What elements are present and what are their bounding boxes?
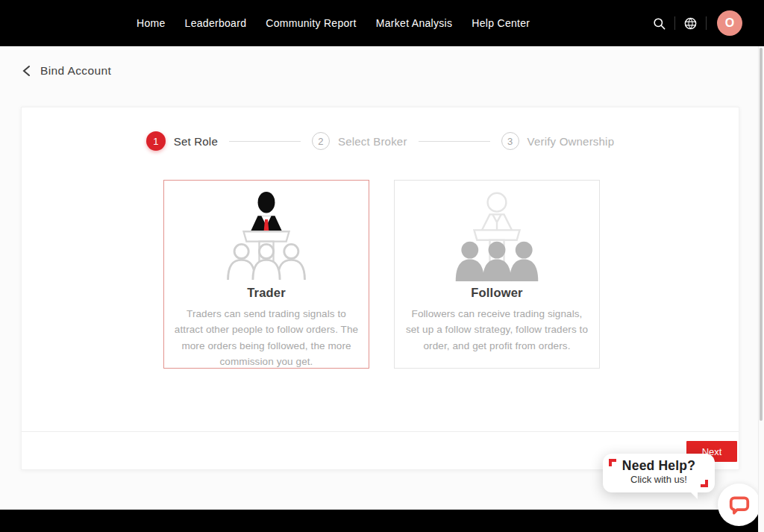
panel-footer-divider <box>22 431 739 432</box>
role-description: Followers can receive trading signals, s… <box>395 306 599 354</box>
header-divider <box>706 16 707 30</box>
nav-market-analysis[interactable]: Market Analysis <box>376 17 453 29</box>
page-title: Bind Account <box>40 64 111 78</box>
help-popup-subtitle: Click with us! <box>603 474 715 485</box>
step-number-badge: 1 <box>146 131 166 151</box>
back-breadcrumb[interactable]: Bind Account <box>22 64 111 78</box>
page-footer <box>0 510 758 532</box>
chevron-left-icon <box>22 65 31 77</box>
red-corner-mark-icon <box>609 459 616 466</box>
nav-home[interactable]: Home <box>137 17 166 29</box>
popup-tail <box>689 491 698 499</box>
step-connector <box>229 141 301 142</box>
follower-audience-icon <box>452 190 542 281</box>
user-avatar[interactable]: O <box>717 10 742 36</box>
step-number-badge: 3 <box>501 132 519 150</box>
role-options: Trader Traders can send trading signals … <box>163 180 600 369</box>
main-nav: Home Leaderboard Community Report Market… <box>137 0 530 46</box>
role-title: Follower <box>395 286 599 300</box>
step-select-broker: 2 Select Broker <box>312 132 407 150</box>
search-icon[interactable] <box>652 16 666 31</box>
nav-community-report[interactable]: Community Report <box>266 17 357 29</box>
step-label: Verify Ownership <box>527 135 615 148</box>
nav-help-center[interactable]: Help Center <box>472 17 530 29</box>
step-label: Set Role <box>174 135 218 148</box>
red-corner-mark-icon <box>701 480 708 487</box>
nav-leaderboard[interactable]: Leaderboard <box>185 17 247 29</box>
bind-account-panel: 1 Set Role 2 Select Broker 3 Verify Owne… <box>21 107 739 470</box>
need-help-popup[interactable]: Need Help? Click with us! <box>603 454 715 492</box>
trader-podium-icon <box>222 190 311 281</box>
role-card-follower[interactable]: Follower Followers can receive trading s… <box>394 180 600 369</box>
header-actions: O <box>652 0 742 46</box>
step-verify-ownership: 3 Verify Ownership <box>501 132 615 150</box>
role-description: Traders can send trading signals to attr… <box>164 306 369 369</box>
step-connector <box>419 141 490 142</box>
step-number-badge: 2 <box>312 132 330 150</box>
progress-stepper: 1 Set Role 2 Select Broker 3 Verify Owne… <box>22 131 739 151</box>
step-label: Select Broker <box>338 135 407 148</box>
help-popup-title: Need Help? <box>603 458 715 474</box>
globe-language-icon[interactable] <box>683 16 698 31</box>
role-title: Trader <box>164 286 369 300</box>
top-navbar: Home Leaderboard Community Report Market… <box>0 0 764 46</box>
header-divider <box>674 16 675 30</box>
step-set-role: 1 Set Role <box>146 131 218 151</box>
scrollbar-thumb[interactable] <box>760 48 763 421</box>
livechat-launcher-button[interactable] <box>718 484 760 526</box>
role-card-trader[interactable]: Trader Traders can send trading signals … <box>163 180 369 369</box>
chat-bubble-icon <box>728 494 751 516</box>
vertical-scrollbar[interactable] <box>758 46 764 532</box>
